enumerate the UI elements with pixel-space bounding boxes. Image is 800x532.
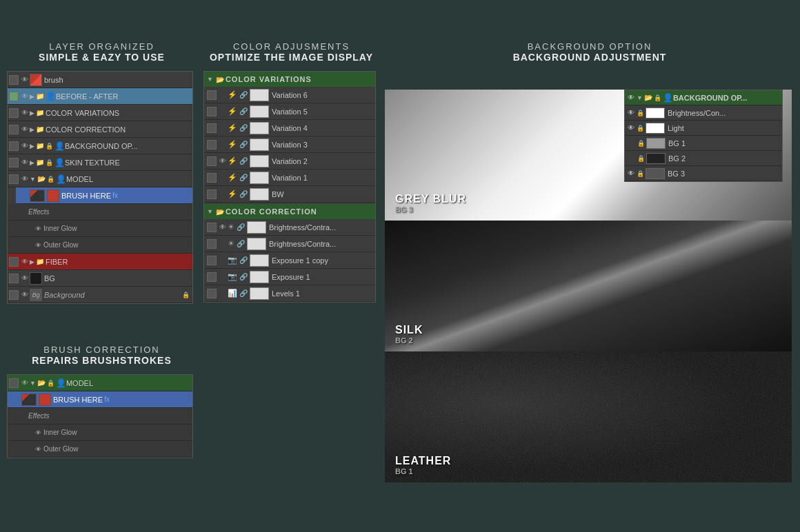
variation-5-row[interactable]: 👁 ⚡ 🔗 Variation 5 [204,103,375,120]
checkbox[interactable] [9,257,19,267]
visibility-icon[interactable]: 👁 [20,108,30,118]
checkbox[interactable] [207,289,217,298]
checkbox[interactable] [9,141,19,151]
visibility-icon[interactable]: 👁 [20,174,30,184]
expand-icon[interactable]: ▼ [30,380,36,387]
bg2-row[interactable]: 🔒 BG 2 [625,151,782,166]
bg1-row[interactable]: 🔒 BG 1 [625,136,782,151]
bg3-row[interactable]: 👁 🔒 BG 3 [625,166,782,181]
layer-row-skin-texture[interactable]: 👁 ▶ 📁 🔒 👤 SKIN TEXTURE [8,154,192,171]
expand-icon[interactable]: ▼ [30,176,36,183]
layer-row-background[interactable]: 👁 Bg Background 🔒 [8,287,192,303]
visibility-icon[interactable]: 👁 [20,158,30,167]
layer-row-brush[interactable]: 👁 brush [8,72,192,88]
checkbox[interactable] [9,108,19,118]
eye-icon[interactable]: 👁 [628,94,634,101]
checkbox[interactable] [207,140,217,150]
layer-row-before-after[interactable]: 👁 ▶ 📁 👤 BEFORE - AFTER [8,88,192,105]
checkbox[interactable] [207,272,217,282]
brightness-1-row[interactable]: 👁 ☀ 🔗 Brightness/Contra... [204,219,375,236]
layer-row-background-op[interactable]: 👁 ▶ 📁 🔒 👤 BACKGROUND OP... [8,138,192,154]
visibility-icon[interactable]: 👁 [20,141,30,151]
visibility-icon[interactable]: 👁 [218,123,228,133]
checkbox[interactable] [207,123,217,133]
adj-thumb [250,254,269,267]
eye-icon[interactable]: 👁 [628,170,634,177]
visibility-icon[interactable]: 👁 [218,223,228,232]
expand-icon[interactable]: ▶ [30,143,34,150]
effect-eye-icon[interactable]: 👁 [35,242,41,249]
expand-icon[interactable]: ▼ [637,94,643,101]
visibility-icon[interactable]: 👁 [218,190,228,199]
expand-icon[interactable]: ▶ [30,126,34,133]
visibility-icon[interactable]: 👁 [20,274,30,283]
variation-4-row[interactable]: 👁 ⚡ 🔗 Variation 4 [204,120,375,136]
checkbox[interactable] [9,274,19,283]
visibility-icon[interactable]: 👁 [20,92,30,101]
layer-row-brush-here[interactable]: BRUSH HERE fx [16,187,192,204]
visibility-icon[interactable]: 👁 [218,90,228,100]
visibility-icon[interactable]: 👁 [20,75,30,85]
visibility-icon[interactable]: 👁 [218,239,228,249]
layer-row-color-correction[interactable]: 👁 ▶ 📁 COLOR CORRECTION [8,121,192,138]
lock-icon: 🔒 [654,94,661,101]
variation-6-row[interactable]: 👁 ⚡ 🔗 Variation 6 [204,87,375,103]
layer-row-bg[interactable]: 👁 BG [8,270,192,287]
layer-row-color-variations[interactable]: 👁 ▶ 📁 COLOR VARIATIONS [8,105,192,121]
person-icon: 👤 [56,378,66,388]
expand-icon[interactable]: ▶ [30,110,34,116]
visibility-icon[interactable]: 👁 [218,107,228,116]
eye-icon[interactable]: 👁 [628,124,634,132]
checkbox[interactable] [9,125,19,134]
visibility-icon[interactable]: 👁 [218,140,228,150]
expand-icon[interactable]: ▼ [207,208,213,215]
visibility-icon[interactable]: 👁 [20,378,30,388]
checkbox[interactable] [9,290,19,300]
variation-thumb [250,105,269,118]
bottom-brush-here-row[interactable]: BRUSH HERE fx [8,391,192,408]
checkbox[interactable] [207,156,217,166]
chain-icon: 🔗 [239,190,248,198]
variation-2-row[interactable]: 👁 ⚡ 🔗 Variation 2 [204,153,375,170]
checkbox[interactable] [207,90,217,100]
checkbox[interactable] [207,173,217,183]
layer-row-model[interactable]: 👁 ▼ 📂 🔒 👤 MODEL [8,171,192,187]
effect-eye-icon[interactable]: 👁 [35,429,41,436]
brightness-con-row[interactable]: 👁 🔒 Brightness/Con... [625,105,782,121]
variation-1-row[interactable]: 👁 ⚡ 🔗 Variation 1 [204,170,375,186]
expand-icon[interactable]: ▼ [207,76,213,83]
eye-icon[interactable]: 👁 [628,109,634,116]
checkbox[interactable] [207,239,217,249]
visibility-icon[interactable]: 👁 [218,156,228,166]
visibility-icon[interactable]: 👁 [218,173,228,183]
exposure-copy-row[interactable]: 👁 📷 🔗 Exposure 1 copy [204,252,375,269]
visibility-icon[interactable]: 👁 [218,289,228,298]
visibility-icon[interactable]: 👁 [218,256,228,265]
light-row[interactable]: 👁 🔒 Light [625,121,782,136]
effect-eye-icon[interactable]: 👁 [35,225,41,232]
brightness-2-row[interactable]: 👁 ☀ 🔗 Brightness/Contra... [204,236,375,252]
checkbox[interactable] [9,174,19,184]
checkbox[interactable] [207,223,217,232]
variation-3-row[interactable]: 👁 ⚡ 🔗 Variation 3 [204,136,375,153]
checkbox[interactable] [9,92,19,101]
effect-eye-icon[interactable]: 👁 [35,446,41,453]
visibility-icon[interactable]: 👁 [218,272,228,282]
levels-1-row[interactable]: 👁 📊 🔗 Levels 1 [204,285,375,302]
checkbox[interactable] [207,107,217,116]
bw-row[interactable]: 👁 ⚡ 🔗 BW [204,186,375,203]
checkbox[interactable] [9,158,19,167]
checkbox[interactable] [9,378,19,388]
expand-icon[interactable]: ▶ [30,93,34,100]
visibility-icon[interactable]: 👁 [20,257,30,267]
checkbox[interactable] [207,256,217,265]
visibility-icon[interactable]: 👁 [20,125,30,134]
exposure-1-row[interactable]: 👁 📷 🔗 Exposure 1 [204,269,375,285]
checkbox[interactable] [207,190,217,199]
expand-icon[interactable]: ▶ [30,159,34,166]
checkbox[interactable] [9,75,19,85]
layer-row-fiber[interactable]: 👁 ▶ 📁 FIBER [8,254,192,270]
expand-icon[interactable]: ▶ [30,258,34,265]
visibility-icon[interactable]: 👁 [20,290,30,300]
bottom-model-row[interactable]: 👁 ▼ 📂 🔒 👤 MODEL [8,375,192,391]
